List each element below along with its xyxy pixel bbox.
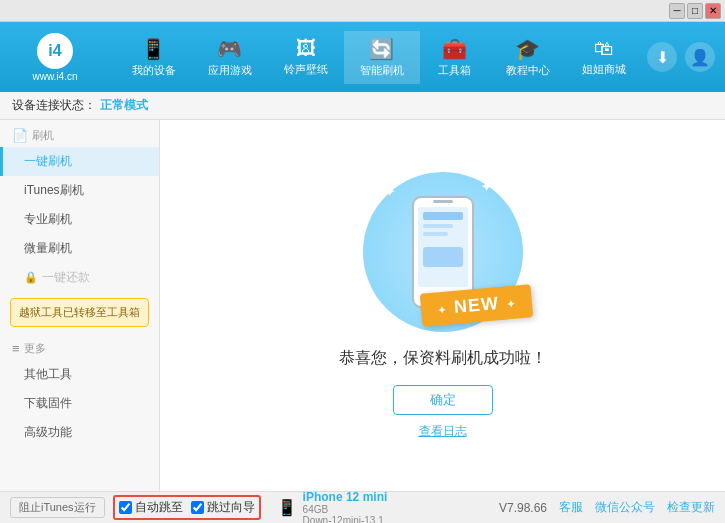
nav-tools-label: 工具箱 (438, 63, 471, 78)
nav-smart-flash-label: 智能刷机 (360, 63, 404, 78)
tools-icon: 🧰 (442, 37, 467, 61)
nav-my-device-label: 我的设备 (132, 63, 176, 78)
apps-icon: 🎮 (217, 37, 242, 61)
nav-wallpaper-label: 铃声壁纸 (284, 62, 328, 77)
bottom-left: 阻止iTunes运行 自动跳至 跳过向导 📱 iPhone 12 mini 64… (10, 490, 387, 524)
more-section-icon: ≡ (12, 341, 20, 356)
nav-smart-flash[interactable]: 🔄 智能刷机 (344, 31, 420, 84)
sidebar: 📄 刷机 一键刷机 iTunes刷机 专业刷机 微量刷机 🔒 一键还款 越狱工具… (0, 120, 160, 491)
svg-rect-7 (423, 247, 463, 267)
title-bar: ─ □ ✕ (0, 0, 725, 22)
status-bar: 设备连接状态： 正常模式 (0, 92, 725, 120)
nav-my-device[interactable]: 📱 我的设备 (116, 31, 192, 84)
skip-wizard-input[interactable] (191, 501, 204, 514)
itunes-btn[interactable]: 阻止iTunes运行 (10, 497, 105, 518)
sparkle-2-icon: ✦ (480, 177, 493, 196)
header: i4 www.i4.cn 📱 我的设备 🎮 应用游戏 🖼 铃声壁纸 🔄 智能刷机… (0, 22, 725, 92)
sidebar-notice: 越狱工具已转移至工具箱 (10, 298, 149, 327)
svg-rect-6 (423, 232, 448, 236)
check-update-link[interactable]: 检查更新 (667, 499, 715, 516)
notice-text: 越狱工具已转移至工具箱 (19, 306, 140, 318)
skip-wizard-checkbox[interactable]: 跳过向导 (191, 499, 255, 516)
wechat-link[interactable]: 微信公众号 (595, 499, 655, 516)
smart-flash-icon: 🔄 (369, 37, 394, 61)
nav-bar: 📱 我的设备 🎮 应用游戏 🖼 铃声壁纸 🔄 智能刷机 🧰 工具箱 🎓 教程中心… (110, 31, 647, 84)
sparkle-3-icon: ✦ (373, 298, 386, 317)
lock-icon: 🔒 (24, 271, 38, 284)
nav-store-label: 姐姐商城 (582, 62, 626, 77)
nav-store[interactable]: 🛍 姐姐商城 (566, 31, 642, 84)
phone-circle: ✦ ✦ ✦ ✦ NEW (363, 172, 523, 332)
sidebar-item-download-firmware[interactable]: 下载固件 (0, 389, 159, 418)
confirm-button[interactable]: 确定 (393, 385, 493, 415)
tutorials-icon: 🎓 (515, 37, 540, 61)
sidebar-item-reduce-flash[interactable]: 微量刷机 (0, 234, 159, 263)
auto-jump-checkbox[interactable]: 自动跳至 (119, 499, 183, 516)
nav-tutorials[interactable]: 🎓 教程中心 (490, 31, 566, 84)
svg-rect-5 (423, 224, 453, 228)
svg-rect-3 (433, 200, 453, 203)
status-prefix: 设备连接状态： (12, 97, 96, 114)
bottom-bar: 阻止iTunes运行 自动跳至 跳过向导 📱 iPhone 12 mini 64… (0, 491, 725, 523)
device-name: iPhone 12 mini (303, 490, 388, 504)
logo-area: i4 www.i4.cn (10, 33, 100, 82)
flash-section-icon: 📄 (12, 128, 28, 143)
maximize-btn[interactable]: □ (687, 3, 703, 19)
wallpaper-icon: 🖼 (296, 37, 316, 60)
sidebar-item-other-tools[interactable]: 其他工具 (0, 360, 159, 389)
skip-wizard-label: 跳过向导 (207, 499, 255, 516)
sidebar-section-flash: 📄 刷机 (0, 120, 159, 147)
status-value: 正常模式 (100, 97, 148, 114)
user-btn[interactable]: 👤 (685, 42, 715, 72)
bottom-right: V7.98.66 客服 微信公众号 检查更新 (499, 499, 715, 516)
nav-wallpaper[interactable]: 🖼 铃声壁纸 (268, 31, 344, 84)
nav-tutorials-label: 教程中心 (506, 63, 550, 78)
device-phone-icon: 📱 (277, 498, 297, 517)
success-text: 恭喜您，保资料刷机成功啦！ (339, 348, 547, 369)
nav-apps[interactable]: 🎮 应用游戏 (192, 31, 268, 84)
my-device-icon: 📱 (141, 37, 166, 61)
sidebar-item-itunes-flash[interactable]: iTunes刷机 (0, 176, 159, 205)
sidebar-item-pro-flash[interactable]: 专业刷机 (0, 205, 159, 234)
more-section-label: 更多 (24, 341, 46, 356)
svg-rect-4 (423, 212, 463, 220)
nav-tools[interactable]: 🧰 工具箱 (420, 31, 490, 84)
logo-text: www.i4.cn (32, 71, 77, 82)
logo-icon: i4 (37, 33, 73, 69)
header-right: ⬇ 👤 (647, 42, 715, 72)
auto-jump-label: 自动跳至 (135, 499, 183, 516)
device-info: 📱 iPhone 12 mini 64GB Down-12mini-13,1 (277, 490, 388, 524)
success-illustration: ✦ ✦ ✦ ✦ NEW (339, 172, 547, 440)
re-flash-link[interactable]: 查看日志 (419, 423, 467, 440)
sidebar-item-advanced[interactable]: 高级功能 (0, 418, 159, 447)
device-details: iPhone 12 mini 64GB Down-12mini-13,1 (303, 490, 388, 524)
flash-section-label: 刷机 (32, 128, 54, 143)
version-label: V7.98.66 (499, 501, 547, 515)
sidebar-section-more: ≡ 更多 (0, 333, 159, 360)
device-version: Down-12mini-13,1 (303, 515, 388, 524)
nav-apps-label: 应用游戏 (208, 63, 252, 78)
main-content: ✦ ✦ ✦ ✦ NEW (160, 120, 725, 491)
main-layout: 📄 刷机 一键刷机 iTunes刷机 专业刷机 微量刷机 🔒 一键还款 越狱工具… (0, 120, 725, 491)
one-click-restore-label: 一键还款 (42, 269, 90, 286)
close-btn[interactable]: ✕ (705, 3, 721, 19)
minimize-btn[interactable]: ─ (669, 3, 685, 19)
sparkle-1-icon: ✦ (383, 182, 396, 201)
highlight-box: 自动跳至 跳过向导 (113, 495, 261, 520)
auto-jump-input[interactable] (119, 501, 132, 514)
download-btn[interactable]: ⬇ (647, 42, 677, 72)
customer-service-link[interactable]: 客服 (559, 499, 583, 516)
device-storage: 64GB (303, 504, 388, 515)
sidebar-item-one-click-restore: 🔒 一键还款 (0, 263, 159, 292)
sidebar-item-one-click-flash[interactable]: 一键刷机 (0, 147, 159, 176)
store-icon: 🛍 (594, 37, 614, 60)
